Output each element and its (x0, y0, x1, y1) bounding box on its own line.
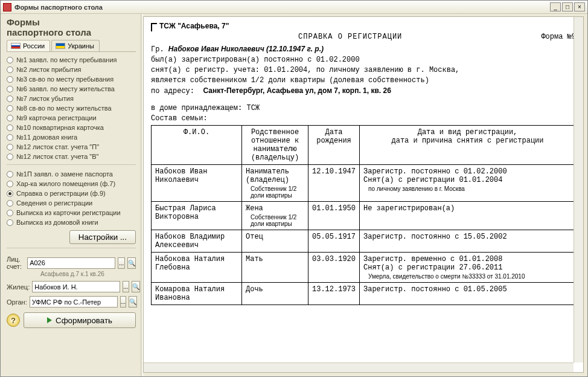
tab-russia[interactable]: России (7, 40, 50, 51)
scrollbar-vertical[interactable] (574, 17, 583, 362)
radio-label: №7 листок убытия (16, 95, 74, 102)
tenant-search-button[interactable]: 🔍 (132, 281, 140, 292)
form-radio[interactable]: №1 заявл. по месту пребывания (7, 56, 136, 64)
cell-fio: Комарова Наталия Ивановна (152, 283, 242, 305)
radio-icon (7, 86, 13, 92)
form-radio[interactable]: №7 листок убытия (7, 94, 136, 103)
cell-registration-sub: Умерла, свидетельство о смерти №33333 от… (363, 273, 572, 280)
forms-group-1: №1 заявл. по месту пребывания№2 листок п… (7, 56, 136, 161)
cell-dob: 01.01.1950 (308, 202, 360, 230)
radio-icon (7, 115, 13, 121)
separator (7, 248, 136, 248)
table-row: Быстрая Лариса ВикторовнаЖенаСобственник… (152, 202, 576, 230)
cell-registration: Зарегистр. постоянно с 01.02.2000 Снят(а… (360, 165, 576, 202)
country-tabs: России Украины (7, 40, 136, 52)
account-search-button[interactable]: 🔍 (127, 257, 136, 269)
form-radio[interactable]: №11 домовая книга (7, 133, 136, 141)
reg-line-3: является собственником 1/2 доли квартиры… (151, 76, 576, 85)
radio-icon (7, 153, 13, 160)
family-table: Ф.И.О. Родственное отношение к нанимател… (151, 125, 576, 305)
radio-label: №8 св-во по месту жительства (16, 105, 112, 112)
form-radio[interactable]: №8 св-во по месту жительства (7, 104, 136, 112)
tab-label: России (23, 42, 45, 50)
play-icon (47, 317, 52, 323)
scrollbar-horizontal[interactable] (144, 362, 574, 372)
tenant-row: Жилец: ... 🔍 (7, 281, 136, 292)
close-button[interactable]: × (574, 2, 585, 11)
help-icon[interactable]: ? (7, 314, 20, 327)
family-header: Состав семьи: (151, 114, 576, 123)
radio-label: №1 заявл. по месту пребывания (16, 56, 117, 63)
generate-label: Сформировать (56, 316, 112, 325)
sidebar-heading: Формыпаспортного стола (7, 18, 136, 37)
radio-icon (7, 66, 13, 73)
radio-label: №9 карточка регистрации (16, 114, 97, 121)
cell-relation: Наниматель (владелец)Собственник 1/2 дол… (242, 165, 308, 202)
cell-dob: 13.12.1973 (308, 283, 360, 305)
address: Санкт-Петербург, Асафьева ул, дом 7, кор… (203, 86, 391, 95)
form-radio[interactable]: №12 листок стат. учета "П" (7, 143, 136, 151)
reg-line-2: снят(а) с регистр. учета: 01.01.2004, по… (151, 66, 576, 74)
minimize-button[interactable]: _ (550, 2, 561, 11)
radio-icon (7, 105, 13, 112)
radio-icon (7, 124, 13, 131)
cell-relation: Отец (242, 230, 308, 253)
radio-label: №1П заявл. о замене паспорта (16, 170, 113, 178)
radio-label: №12 листок стат. учета "П" (16, 143, 99, 150)
organ-search-button[interactable]: 🔍 (129, 296, 137, 308)
organ-input[interactable] (30, 296, 118, 308)
radio-label: Выписка из домовой книги (16, 219, 98, 226)
separator (7, 164, 136, 165)
radio-label: Сведения о регистрации (16, 199, 92, 207)
content: Формыпаспортного стола России Украины №1… (1, 14, 587, 376)
form-radio[interactable]: Справка о регистрации (ф.9) (7, 189, 136, 198)
radio-icon (7, 144, 13, 150)
form-radio[interactable]: Выписка из домовой книги (7, 218, 136, 227)
form-radio[interactable]: №2 листок прибытия (7, 65, 136, 74)
cell-relation: ЖенаСобственник 1/2 доли квартиры (242, 202, 308, 230)
radio-label: №12 листок стат. учета "В" (16, 153, 99, 160)
forms-group-2: №1П заявл. о замене паспортаХар-ка жилог… (7, 170, 136, 227)
form-radio[interactable]: №3 св-во по месту пребывания (7, 75, 136, 83)
form-radio[interactable]: №10 поквартирная карточка (7, 123, 136, 132)
sidebar: Формыпаспортного стола России Украины №1… (1, 14, 141, 376)
table-row: Набоков Владимир АлексеевичОтец05.05.191… (152, 230, 576, 253)
account-label: Лиц. счет: (7, 256, 25, 270)
form-radio[interactable]: Выписка из карточки регистрации (7, 208, 136, 217)
cell-fio: Набоков Иван Николаевич (152, 165, 242, 202)
tenant-browse-button[interactable]: ... (123, 281, 129, 292)
organ-browse-button[interactable]: ... (120, 296, 126, 308)
tenant-input[interactable] (32, 281, 120, 292)
organ-row: Орган: ... 🔍 (7, 296, 136, 308)
organ-label: Орган: (7, 298, 27, 306)
account-browse-button[interactable]: ... (118, 257, 125, 269)
bottom-row: ? Сформировать (7, 312, 136, 328)
form-radio[interactable]: Сведения о регистрации (7, 199, 136, 207)
radio-icon (7, 134, 13, 141)
form-radio[interactable]: Хар-ка жилого помещения (ф.7) (7, 179, 136, 188)
maximize-button[interactable]: □ (562, 2, 573, 11)
account-input[interactable] (27, 257, 115, 269)
tenant-label: Жилец: (7, 283, 30, 291)
addr-prefix: по адресу: (151, 87, 194, 95)
cell-dob: 05.05.1917 (308, 230, 360, 253)
cell-dob: 12.10.1947 (308, 165, 360, 202)
generate-button[interactable]: Сформировать (24, 312, 136, 328)
form-radio[interactable]: №1П заявл. о замене паспорта (7, 170, 136, 178)
cell-registration: Зарегистр. временно с 01.01.2008 Снят(а)… (360, 253, 576, 283)
tab-ukraine[interactable]: Украины (51, 40, 100, 51)
citizen-name: Набоков Иван Николаевич (12.10.1947 г. р… (168, 45, 324, 53)
form-radio[interactable]: №12 листок стат. учета "В" (7, 152, 136, 161)
settings-button[interactable]: Настройки ... (69, 230, 136, 244)
cell-fio: Набокова Наталия Глебовна (152, 253, 242, 283)
radio-icon (7, 210, 13, 216)
cell-relation: Дочь (242, 283, 308, 305)
radio-icon (7, 57, 13, 63)
th-dob: Дата рождения (308, 126, 360, 165)
form-number: Форма №9 (541, 33, 576, 41)
radio-label: Справка о регистрации (ф.9) (16, 190, 106, 197)
radio-icon (7, 76, 13, 83)
cell-registration: Не зарегистрирован(а) (360, 202, 576, 230)
form-radio[interactable]: №6 заявл. по месту жительства (7, 85, 136, 93)
form-radio[interactable]: №9 карточка регистрации (7, 114, 136, 122)
